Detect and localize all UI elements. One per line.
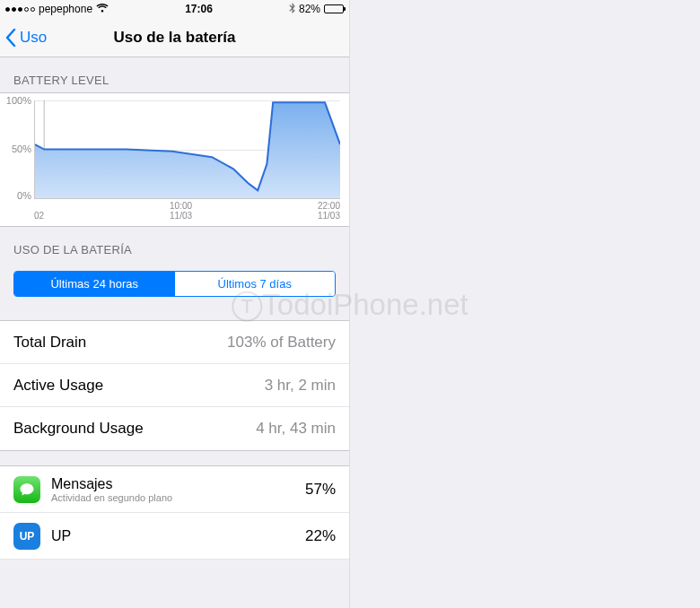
bluetooth-icon: [289, 3, 295, 15]
app-percent: 57%: [305, 481, 336, 499]
y-tick: 0%: [3, 190, 31, 201]
app-subtitle: Actividad en segundo plano: [51, 492, 305, 503]
chevron-left-icon: [5, 29, 16, 47]
carrier-label: pepephone: [39, 3, 92, 15]
app-row[interactable]: UP UP 22%: [0, 513, 349, 560]
wifi-icon: [96, 4, 109, 14]
stat-value: 4 hr, 43 min: [256, 420, 336, 438]
section-header-battery-level: BATTERY LEVEL: [0, 57, 349, 92]
stats-block: Total Drain 103% of Battery Active Usage…: [0, 320, 349, 451]
app-name: Mensajes: [51, 476, 305, 492]
stat-value: 103% of Battery: [227, 334, 336, 352]
app-percent: 22%: [305, 527, 336, 545]
back-label: Uso: [20, 29, 47, 47]
stat-row: Active Usage 3 hr, 2 min: [0, 364, 349, 407]
up-icon: UP: [13, 523, 40, 550]
battery-pct: 82%: [299, 3, 320, 15]
back-button[interactable]: Uso: [0, 29, 47, 47]
battery-icon: [324, 4, 344, 13]
screen-left: pepephone 17:06 82% Uso Uso de la baterí…: [0, 0, 350, 608]
x-tick: 02: [34, 201, 44, 221]
clock: 17:06: [185, 3, 213, 15]
stat-row: Total Drain 103% of Battery: [0, 321, 349, 364]
messages-icon: [13, 476, 40, 503]
x-tick: 10:0011/03: [170, 201, 192, 221]
stat-row: Background Usage 4 hr, 43 min: [0, 407, 349, 450]
page-title: Uso de la batería: [0, 29, 349, 47]
app-usage-list: Mensajes Actividad en segundo plano 57% …: [0, 465, 349, 560]
stat-label: Active Usage: [13, 377, 103, 395]
app-name: UP: [51, 528, 305, 544]
section-header-battery-usage: USO DE LA BATERÍA: [0, 227, 349, 262]
status-bar: pepephone 17:06 82%: [0, 0, 349, 18]
x-tick: 22:0011/03: [318, 201, 340, 221]
y-tick: 50%: [3, 143, 31, 154]
segment-last-7d[interactable]: Últimos 7 días: [175, 272, 336, 296]
battery-chart: 100% 50% 0% 0210:0011/0322:0011/03: [0, 92, 349, 227]
y-tick: 100%: [3, 95, 31, 106]
stat-label: Total Drain: [13, 334, 86, 352]
nav-bar: Uso Uso de la batería: [0, 18, 349, 57]
app-row[interactable]: Mensajes Actividad en segundo plano 57%: [0, 466, 349, 513]
segmented-control: Últimas 24 horas Últimos 7 días: [13, 271, 336, 297]
stat-label: Background Usage: [13, 420, 144, 438]
signal-icon: [5, 7, 35, 12]
stat-value: 3 hr, 2 min: [265, 377, 336, 395]
segment-last-24h[interactable]: Últimas 24 horas: [14, 272, 175, 296]
